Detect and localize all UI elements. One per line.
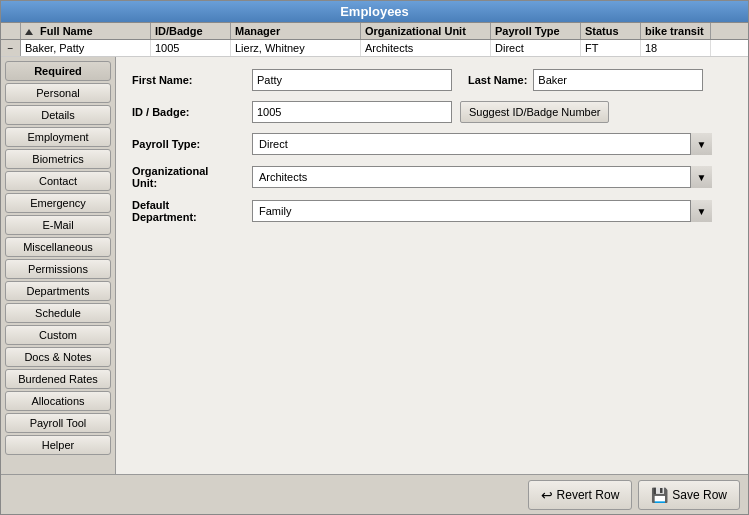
window-title: Employees <box>340 4 409 19</box>
row-orgunit[interactable]: Architects <box>361 40 491 56</box>
sidebar-item-permissions[interactable]: Permissions <box>5 259 111 279</box>
id-badge-input[interactable] <box>252 101 452 123</box>
sidebar-item-docs-notes[interactable]: Docs & Notes <box>5 347 111 367</box>
row-idbadge[interactable]: 1005 <box>151 40 231 56</box>
row-payroll[interactable]: Direct <box>491 40 581 56</box>
sidebar-item-details[interactable]: Details <box>5 105 111 125</box>
default-dept-label: DefaultDepartment: <box>132 199 252 223</box>
form-area: First Name: Last Name: ID / Badge: Sugge… <box>116 57 748 474</box>
sidebar-item-burdened-rates[interactable]: Burdened Rates <box>5 369 111 389</box>
sidebar-item-custom[interactable]: Custom <box>5 325 111 345</box>
col-header-bike[interactable]: bike transit <box>641 23 711 39</box>
row-toggle-button[interactable]: − <box>1 40 21 56</box>
main-window: Employees Full Name ID/Badge Manager Org… <box>0 0 749 515</box>
title-bar: Employees <box>1 1 748 22</box>
row-status[interactable]: FT <box>581 40 641 56</box>
col-payroll-label: Payroll Type <box>495 25 560 37</box>
sidebar: Required Personal Details Employment Bio… <box>1 57 116 474</box>
form-row-idbadge: ID / Badge: Suggest ID/Badge Number <box>132 101 732 123</box>
suggest-id-badge-button[interactable]: Suggest ID/Badge Number <box>460 101 609 123</box>
first-name-input[interactable] <box>252 69 452 91</box>
row-fullname[interactable]: Baker, Patty <box>21 40 151 56</box>
col-header-manager[interactable]: Manager <box>231 23 361 39</box>
form-row-names: First Name: Last Name: <box>132 69 732 91</box>
col-header-fullname[interactable]: Full Name <box>21 23 151 39</box>
form-row-default-dept: DefaultDepartment: Family Engineering Fi… <box>132 199 732 223</box>
sidebar-item-biometrics[interactable]: Biometrics <box>5 149 111 169</box>
payroll-type-select[interactable]: Direct Indirect Salary <box>252 133 712 155</box>
sidebar-item-allocations[interactable]: Allocations <box>5 391 111 411</box>
revert-icon: ↩ <box>541 487 553 503</box>
first-name-label: First Name: <box>132 74 252 86</box>
sidebar-item-required[interactable]: Required <box>5 61 111 81</box>
col-idbadge-label: ID/Badge <box>155 25 203 37</box>
content-area: Required Personal Details Employment Bio… <box>1 57 748 474</box>
last-name-input[interactable] <box>533 69 703 91</box>
default-dept-select-wrap: Family Engineering Finance HR ▼ <box>252 200 712 222</box>
revert-row-label: Revert Row <box>557 488 620 502</box>
row-bike[interactable]: 18 <box>641 40 711 56</box>
col-header-payroll[interactable]: Payroll Type <box>491 23 581 39</box>
sidebar-item-payroll-tool[interactable]: Payroll Tool <box>5 413 111 433</box>
form-row-orgunit: OrganizationalUnit: Architects Engineeri… <box>132 165 732 189</box>
sidebar-item-contact[interactable]: Contact <box>5 171 111 191</box>
org-unit-select[interactable]: Architects Engineering Finance HR <box>252 166 712 188</box>
col-bike-label: bike transit <box>645 25 704 37</box>
footer: ↩ Revert Row 💾 Save Row <box>1 474 748 514</box>
payroll-type-select-wrap: Direct Indirect Salary ▼ <box>252 133 712 155</box>
col-header-status[interactable]: Status <box>581 23 641 39</box>
col-manager-label: Manager <box>235 25 280 37</box>
sidebar-item-emergency[interactable]: Emergency <box>5 193 111 213</box>
revert-row-button[interactable]: ↩ Revert Row <box>528 480 633 510</box>
org-unit-label: OrganizationalUnit: <box>132 165 252 189</box>
col-fullname-label: Full Name <box>40 25 93 37</box>
table-row: − Baker, Patty 1005 Lierz, Whitney Archi… <box>1 40 748 57</box>
sort-arrow-icon <box>25 29 33 35</box>
sidebar-item-helper[interactable]: Helper <box>5 435 111 455</box>
sidebar-item-departments[interactable]: Departments <box>5 281 111 301</box>
row-manager[interactable]: Lierz, Whitney <box>231 40 361 56</box>
sidebar-item-employment[interactable]: Employment <box>5 127 111 147</box>
col-header-arrow <box>1 23 21 39</box>
id-badge-label: ID / Badge: <box>132 106 252 118</box>
last-name-label: Last Name: <box>468 74 527 86</box>
default-dept-select[interactable]: Family Engineering Finance HR <box>252 200 712 222</box>
save-row-button[interactable]: 💾 Save Row <box>638 480 740 510</box>
col-orgunit-label: Organizational Unit <box>365 25 466 37</box>
sidebar-item-email[interactable]: E-Mail <box>5 215 111 235</box>
sidebar-item-personal[interactable]: Personal <box>5 83 111 103</box>
org-unit-select-wrap: Architects Engineering Finance HR ▼ <box>252 166 712 188</box>
save-row-label: Save Row <box>672 488 727 502</box>
sidebar-item-miscellaneous[interactable]: Miscellaneous <box>5 237 111 257</box>
sidebar-item-schedule[interactable]: Schedule <box>5 303 111 323</box>
col-header-idbadge[interactable]: ID/Badge <box>151 23 231 39</box>
table-header: Full Name ID/Badge Manager Organizationa… <box>1 22 748 40</box>
form-row-payroll: Payroll Type: Direct Indirect Salary ▼ <box>132 133 732 155</box>
payroll-type-label: Payroll Type: <box>132 138 252 150</box>
col-status-label: Status <box>585 25 619 37</box>
save-icon: 💾 <box>651 487 668 503</box>
col-header-orgunit[interactable]: Organizational Unit <box>361 23 491 39</box>
